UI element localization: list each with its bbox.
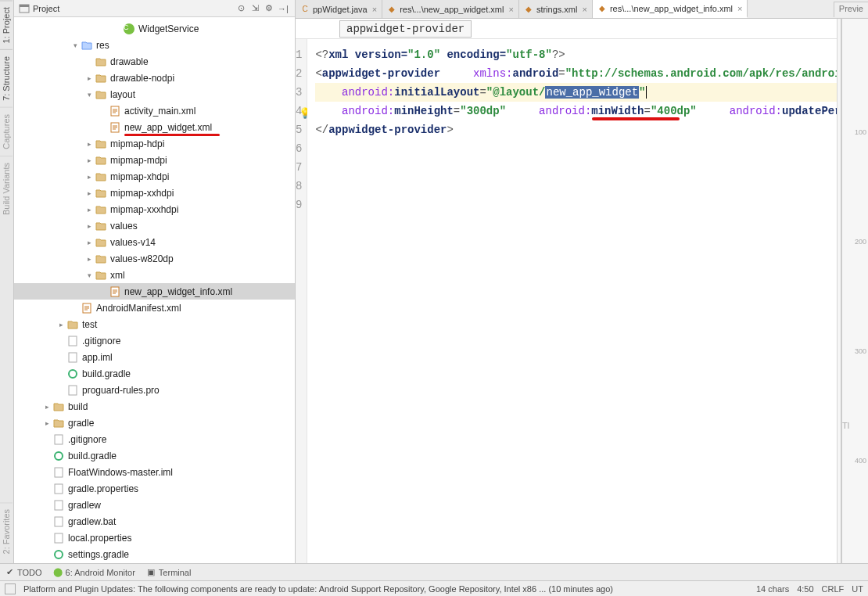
tree-item[interactable]: ▾layout: [14, 86, 295, 102]
tree-item[interactable]: ▸gradle: [14, 415, 295, 431]
svg-rect-10: [55, 435, 63, 444]
code-body[interactable]: <?xml version="1.0" encoding="utf-8"?> <…: [307, 39, 868, 563]
tree-item[interactable]: new_app_widget_info.xml: [14, 283, 295, 300]
svg-point-8: [69, 370, 77, 378]
close-tab-icon[interactable]: ×: [372, 5, 377, 14]
collapse-all-icon[interactable]: ⊙: [234, 2, 248, 16]
file-tab[interactable]: CppWidget.java×: [296, 0, 382, 18]
tree-twisty-icon[interactable]: ▾: [70, 41, 80, 49]
line-number: 9: [296, 196, 302, 214]
tree-item[interactable]: ▾xml: [14, 267, 295, 283]
tree-item[interactable]: .gitignore: [14, 332, 295, 349]
tree-item[interactable]: gradlew.bat: [14, 513, 295, 530]
tree-item[interactable]: drawable: [14, 53, 295, 70]
hide-panel-icon[interactable]: →|: [276, 2, 290, 16]
side-tab-structure[interactable]: 7: Structure: [0, 49, 13, 107]
tab-label: strings.xml: [536, 5, 578, 14]
tree-label: WidgetService: [138, 23, 199, 34]
tree-twisty-icon[interactable]: ▸: [84, 74, 94, 82]
file-tab[interactable]: ◆strings.xml×: [519, 0, 593, 18]
side-tab-favorites[interactable]: 2: Favorites: [0, 502, 13, 560]
tree-item[interactable]: AndroidManifest.xml: [14, 300, 295, 316]
tool-android-monitor[interactable]: ⬤6: Android Monitor: [53, 568, 135, 577]
svg-rect-14: [55, 501, 63, 510]
tree-item[interactable]: settings.gradle: [14, 546, 295, 562]
tree-item[interactable]: FloatWindows-master.iml: [14, 464, 295, 480]
tree-item[interactable]: ▸mipmap-xhdpi: [14, 168, 295, 185]
tree-item[interactable]: ▸mipmap-xxxhdpi: [14, 201, 295, 217]
expand-icon[interactable]: ⇲: [248, 2, 262, 16]
status-bar: Platform and Plugin Updates: The followi…: [0, 580, 868, 596]
tree-twisty-icon[interactable]: ▸: [84, 140, 94, 148]
file-tab[interactable]: ◆res\...\new_app_widget_info.xml×: [593, 0, 748, 18]
status-icon[interactable]: [5, 583, 16, 594]
ruler-tick: 400: [855, 457, 866, 465]
tree-twisty-icon[interactable]: ▾: [84, 271, 94, 279]
tree-twisty-icon[interactable]: ▾: [84, 91, 94, 99]
code-editor[interactable]: 💡 123456789 <?xml version="1.0" encoding…: [296, 39, 868, 563]
status-position[interactable]: 4:50: [797, 584, 813, 594]
tree-twisty-icon[interactable]: ▸: [56, 321, 66, 329]
tree-item[interactable]: ▸test: [14, 316, 295, 332]
tree-item[interactable]: ▸build: [14, 398, 295, 415]
project-icon: [19, 3, 30, 14]
preview-tab[interactable]: Previe: [834, 2, 868, 17]
close-tab-icon[interactable]: ×: [582, 5, 586, 14]
tree-item[interactable]: app.iml: [14, 349, 295, 365]
status-line-sep[interactable]: CRLF: [822, 584, 845, 594]
side-tab-captures[interactable]: Captures: [0, 107, 13, 156]
tree-item[interactable]: CWidgetService: [14, 20, 295, 37]
pkg-icon: [81, 39, 93, 52]
tree-item[interactable]: ▸values-w820dp: [14, 250, 295, 267]
tree-label: .gitignore: [82, 336, 120, 346]
tree-item[interactable]: gradlew: [14, 497, 295, 513]
tree-item[interactable]: ▸mipmap-mdpi: [14, 152, 295, 168]
side-tab-project[interactable]: 1: Project: [0, 0, 13, 49]
tree-twisty-icon[interactable]: ▸: [84, 222, 94, 230]
tree-item[interactable]: ▾res: [14, 37, 295, 53]
tree-item[interactable]: ▸values: [14, 217, 295, 234]
breadcrumb-item[interactable]: appwidget-provider: [339, 20, 472, 38]
tree-twisty-icon[interactable]: ▸: [42, 403, 52, 411]
tree-item[interactable]: ▸values-v14: [14, 234, 295, 250]
tool-todo[interactable]: ✔TODO: [5, 568, 42, 577]
tree-item[interactable]: activity_main.xml: [14, 102, 295, 119]
tree-twisty-icon[interactable]: ▸: [84, 239, 94, 246]
tree-twisty-icon[interactable]: ▸: [84, 156, 94, 164]
tree-item[interactable]: build.gradle: [14, 447, 295, 464]
tree-item[interactable]: build.gradle: [14, 365, 295, 382]
project-title: Project: [33, 4, 59, 13]
file-tab[interactable]: ◆res\...\new_app_widget.xml×: [382, 0, 519, 18]
gradle-icon: [52, 450, 65, 462]
tree-item[interactable]: ▸mipmap-hdpi: [14, 135, 295, 152]
status-encoding[interactable]: UT: [852, 584, 863, 594]
left-rail: 1: Project 7: Structure Captures Build V…: [0, 0, 14, 563]
gear-icon[interactable]: ⚙: [262, 2, 276, 16]
tree-item[interactable]: new_app_widget.xml: [14, 119, 295, 135]
project-tree[interactable]: CWidgetService▾resdrawable▸drawable-nodp…: [14, 17, 295, 563]
xml-icon: [109, 105, 121, 117]
close-tab-icon[interactable]: ×: [737, 4, 742, 13]
tree-item[interactable]: .gitignore: [14, 431, 295, 447]
xml-icon: ◆: [524, 5, 533, 14]
tree-label: values-w820dp: [110, 253, 174, 264]
close-tab-icon[interactable]: ×: [508, 5, 513, 14]
ruler: [841, 19, 842, 563]
folder-icon: [52, 417, 65, 429]
tree-twisty-icon[interactable]: ▸: [42, 419, 52, 427]
tree-twisty-icon[interactable]: ▸: [84, 255, 94, 263]
tree-twisty-icon[interactable]: ▸: [84, 189, 94, 197]
tree-item[interactable]: ▸drawable-nodpi: [14, 70, 295, 86]
file-icon: [52, 483, 65, 495]
breadcrumb[interactable]: appwidget-provider: [296, 19, 868, 39]
tree-item[interactable]: local.properties: [14, 530, 295, 546]
tree-twisty-icon[interactable]: ▸: [84, 206, 94, 214]
tree-item[interactable]: proguard-rules.pro: [14, 382, 295, 398]
folder-icon: [95, 72, 107, 84]
tool-terminal[interactable]: ▣Terminal: [146, 568, 192, 577]
side-tab-build-variants[interactable]: Build Variants: [0, 156, 13, 221]
tree-twisty-icon[interactable]: ▸: [84, 173, 94, 181]
tree-item[interactable]: gradle.properties: [14, 480, 295, 497]
svg-rect-6: [69, 336, 77, 346]
tree-item[interactable]: ▸mipmap-xxhdpi: [14, 185, 295, 201]
